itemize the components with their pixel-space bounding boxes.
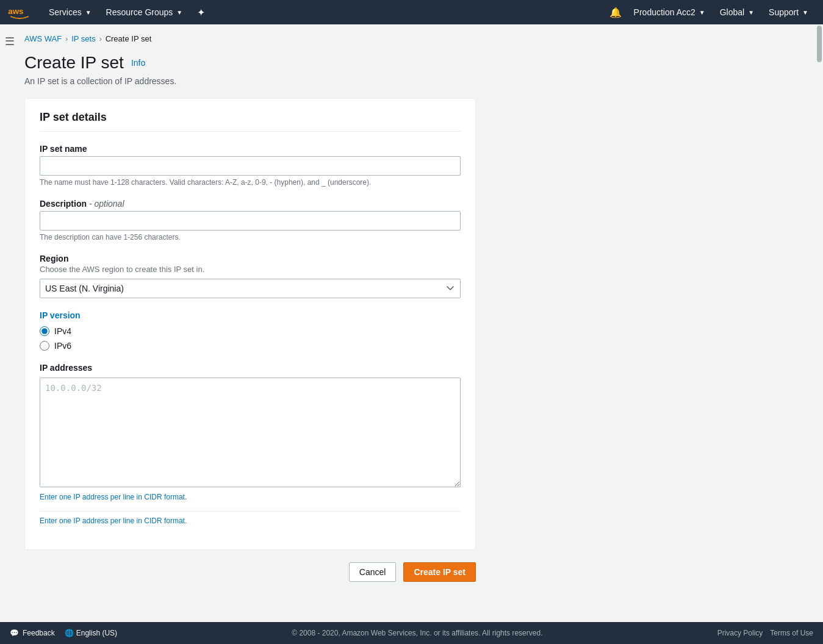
services-label: Services (49, 7, 82, 17)
actions-row: Cancel Create IP set (24, 562, 476, 582)
name-label: IP set name (40, 144, 461, 154)
ip-addresses-field-group: IP addresses Enter one IP address per li… (40, 363, 461, 525)
ipv4-label[interactable]: IPv4 (54, 326, 71, 336)
svg-text:aws: aws (8, 7, 23, 16)
region-menu[interactable]: Global ▼ (713, 0, 761, 24)
name-field-group: IP set name The name must have 1-128 cha… (40, 144, 461, 187)
services-chevron-icon: ▼ (85, 9, 92, 16)
footer-right: Privacy Policy Terms of Use (717, 629, 813, 631)
card-title: IP set details (40, 111, 461, 132)
support-label: Support (769, 7, 799, 17)
footer: 💬 Feedback 🌐 English (US) © 2008 - 2020,… (0, 622, 823, 631)
name-hint: The name must have 1-128 characters. Val… (40, 178, 461, 187)
ip-set-details-card: IP set details IP set name The name must… (24, 98, 476, 550)
page-title-row: Create IP set Info (24, 53, 808, 73)
feedback-button[interactable]: 💬 Feedback (10, 629, 55, 631)
region-field-group: Region Choose the AWS region to create t… (40, 254, 461, 298)
language-label: English (US) (76, 629, 117, 631)
ip-version-label: IP version (40, 310, 461, 320)
support-chevron-icon: ▼ (802, 9, 808, 16)
feedback-label: Feedback (23, 629, 55, 631)
name-input[interactable] (40, 156, 461, 176)
ip-addresses-textarea[interactable] (40, 377, 461, 487)
account-menu[interactable]: Production Acc2 ▼ (627, 0, 713, 24)
page-subtitle: An IP set is a collection of IP addresse… (24, 76, 808, 86)
terms-of-use-link[interactable]: Terms of Use (770, 629, 813, 631)
region-select[interactable]: US East (N. Virginia) US East (Ohio) US … (40, 279, 461, 298)
region-label: Region (40, 254, 461, 263)
footer-left: 💬 Feedback 🌐 English (US) (10, 629, 117, 631)
globe-icon: 🌐 (65, 629, 74, 631)
resource-groups-chevron-icon: ▼ (176, 9, 182, 16)
support-menu[interactable]: Support ▼ (761, 0, 816, 24)
ipv6-radio[interactable] (40, 341, 49, 351)
services-menu[interactable]: Services ▼ (41, 0, 99, 24)
breadcrumb-awswaf[interactable]: AWS WAF (24, 34, 62, 43)
footer-copyright: © 2008 - 2020, Amazon Web Services, Inc.… (127, 629, 708, 631)
resource-groups-label: Resource Groups (106, 7, 173, 17)
desc-label-text: Description (40, 199, 87, 209)
ip-version-field-group: IP version IPv4 IPv6 (40, 310, 461, 351)
description-field-group: Description - optional The description c… (40, 199, 461, 242)
cidr-hint-2: Enter one IP address per line in CIDR fo… (40, 517, 461, 525)
cidr-hint-1: Enter one IP address per line in CIDR fo… (40, 493, 461, 501)
sidebar-toggle[interactable]: ☰ (0, 32, 20, 51)
account-chevron-icon: ▼ (699, 9, 705, 16)
breadcrumb-current: Create IP set (106, 34, 152, 43)
ip-addresses-label: IP addresses (40, 363, 461, 373)
ip-version-radio-group: IPv4 IPv6 (40, 326, 461, 351)
description-label: Description - optional (40, 199, 461, 209)
region-chevron-icon: ▼ (748, 9, 754, 16)
resource-groups-menu[interactable]: Resource Groups ▼ (99, 0, 190, 24)
scrollbar-track[interactable] (816, 24, 823, 622)
description-input[interactable] (40, 211, 461, 231)
top-navigation: aws Services ▼ Resource Groups ▼ ✦ 🔔 Pro… (0, 0, 823, 24)
breadcrumb: AWS WAF › IP sets › Create IP set (24, 34, 808, 43)
ipv4-option[interactable]: IPv4 (40, 326, 461, 336)
region-sublabel: Choose the AWS region to create this IP … (40, 265, 461, 274)
feedback-icon: 💬 (10, 629, 19, 631)
scrollbar-thumb[interactable] (817, 26, 822, 62)
divider (40, 511, 461, 512)
ipv6-label[interactable]: IPv6 (54, 341, 71, 351)
create-ip-set-button[interactable]: Create IP set (403, 562, 476, 582)
breadcrumb-sep-1: › (65, 35, 68, 43)
aws-logo[interactable]: aws (7, 5, 32, 20)
cancel-button[interactable]: Cancel (349, 562, 397, 582)
breadcrumb-ipsets[interactable]: IP sets (71, 34, 96, 43)
privacy-policy-link[interactable]: Privacy Policy (717, 629, 763, 631)
pin-icon[interactable]: ✦ (190, 0, 212, 24)
ipv4-radio[interactable] (40, 326, 49, 336)
breadcrumb-sep-2: › (99, 35, 102, 43)
region-label: Global (720, 7, 744, 17)
notifications-icon[interactable]: 🔔 (605, 0, 627, 24)
ipv6-option[interactable]: IPv6 (40, 341, 461, 351)
account-label: Production Acc2 (634, 7, 695, 17)
page-title: Create IP set (24, 53, 124, 73)
language-selector[interactable]: 🌐 English (US) (65, 629, 117, 631)
desc-optional-text: - optional (89, 199, 124, 209)
main-content: AWS WAF › IP sets › Create IP set Create… (0, 24, 823, 631)
desc-hint: The description can have 1-256 character… (40, 233, 461, 242)
info-link[interactable]: Info (131, 58, 145, 68)
